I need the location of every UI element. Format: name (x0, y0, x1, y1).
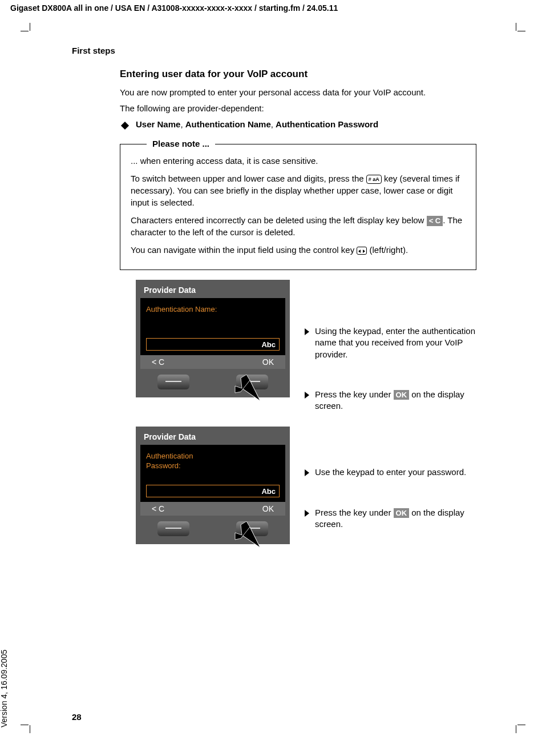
softkey-bar: < C OK (140, 502, 285, 516)
page-number: 28 (72, 712, 82, 722)
sep: , (271, 119, 276, 129)
triangle-bullet-icon (305, 510, 309, 517)
instruction-item: Press the key under OK on the display sc… (305, 507, 476, 530)
field-label-auth-password-2: Password: (146, 461, 280, 471)
instr-text-a: Press the key under (315, 389, 394, 399)
left-softkey-button[interactable] (157, 521, 189, 536)
pointer-arrow-icon (234, 521, 261, 549)
ok-badge-icon: OK (394, 508, 410, 518)
crop-mark (30, 725, 30, 733)
crop-mark (30, 23, 30, 31)
instruction-text: Press the key under OK on the display sc… (315, 507, 476, 530)
instr-text-a: Press the key under (315, 508, 394, 517)
softkey-bar: < C OK (140, 355, 285, 369)
instruction-item: Use the keypad to enter your password. (305, 467, 476, 478)
term-auth-name: Authentication Name (185, 119, 271, 129)
term-auth-password: Authentication Password (276, 119, 378, 129)
intro-paragraph-2: The following are provider-dependent: (120, 103, 476, 114)
note-box: Please note ... ... when entering access… (120, 144, 476, 270)
bullet-item: User Name, Authentication Name, Authenti… (120, 119, 476, 129)
crop-mark (516, 725, 516, 733)
instruction-text: Use the keypad to enter your password. (315, 467, 466, 478)
input-mode-indicator: Abc (261, 487, 276, 496)
note-p4b: (left/right). (367, 245, 408, 255)
pointer-arrow-icon (234, 375, 261, 402)
crop-mark (517, 31, 525, 31)
crop-mark (517, 725, 525, 725)
intro-paragraph-1: You are now prompted to enter your perso… (120, 87, 476, 98)
instruction-column: Using the keypad, enter the authenticati… (305, 280, 476, 412)
hardware-button-area (140, 369, 285, 397)
note-p3a: Characters entered incorrectly can be de… (131, 215, 427, 225)
softkey-left-label: < C (152, 504, 164, 513)
screen-title: Provider Data (144, 432, 285, 441)
note-p3: Characters entered incorrectly can be de… (131, 214, 466, 238)
diamond-bullet-icon (121, 121, 129, 129)
subheading: Entering user data for your VoIP account (120, 69, 476, 80)
note-p1: ... when entering access data, it is cas… (131, 155, 466, 167)
text-input-field[interactable]: Abc (146, 485, 280, 497)
note-p4a: You can navigate within the input field … (131, 245, 357, 255)
crop-mark (21, 31, 29, 31)
screens-area: Provider Data Authentication Name: Abc <… (136, 280, 484, 559)
instruction-column: Use the keypad to enter your password. P… (305, 427, 476, 530)
bullet-text: User Name, Authentication Name, Authenti… (136, 119, 378, 129)
version-label: Version 4, 16.09.2005 (0, 650, 9, 727)
ok-badge-icon: OK (394, 390, 410, 400)
screen-row-1: Provider Data Authentication Name: Abc <… (136, 280, 484, 412)
triangle-bullet-icon (305, 328, 309, 335)
screen-row-2: Provider Data Authentication Password: A… (136, 427, 484, 544)
note-legend: Please note ... (147, 138, 215, 150)
term-user-name: User Name (136, 119, 180, 129)
doc-header: Gigaset DX800A all in one / USA EN / A31… (10, 3, 338, 13)
instruction-item: Using the keypad, enter the authenticati… (305, 325, 476, 360)
phone-screen-2: Provider Data Authentication Password: A… (136, 427, 290, 544)
crop-mark (21, 725, 29, 725)
instruction-item: Press the key under OK on the display sc… (305, 389, 476, 412)
content-block: Entering user data for your VoIP account… (120, 69, 476, 270)
nav-key-icon (357, 247, 367, 255)
instruction-text: Using the keypad, enter the authenticati… (315, 325, 476, 360)
delete-badge-icon: < C (427, 216, 443, 226)
screen-body: Authentication Name: Abc (140, 298, 285, 355)
hardware-button-area (140, 516, 285, 544)
softkey-right-label: OK (262, 504, 274, 513)
screen-title: Provider Data (144, 285, 285, 295)
triangle-bullet-icon (305, 469, 309, 476)
left-softkey-button[interactable] (157, 375, 189, 389)
note-p2a: To switch between upper and lower case a… (131, 174, 366, 183)
note-p4: You can navigate within the input field … (131, 244, 466, 256)
screen-frame: Provider Data Authentication Password: A… (136, 427, 290, 544)
sep: , (180, 119, 185, 129)
crop-mark (516, 23, 516, 31)
input-mode-indicator: Abc (261, 340, 276, 349)
screen-body: Authentication Password: Abc (140, 445, 285, 502)
phone-screen-1: Provider Data Authentication Name: Abc <… (136, 280, 290, 397)
instruction-text: Press the key under OK on the display sc… (315, 389, 476, 412)
triangle-bullet-icon (305, 392, 309, 399)
field-label-auth-name: Authentication Name: (146, 305, 280, 315)
softkey-right-label: OK (262, 357, 274, 367)
screen-frame: Provider Data Authentication Name: Abc <… (136, 280, 290, 397)
text-input-field[interactable]: Abc (146, 338, 280, 351)
section-title: First steps (72, 46, 115, 55)
field-label-auth-password-1: Authentication (146, 452, 280, 461)
softkey-left-label: < C (152, 357, 164, 367)
hash-key-icon: # aA (366, 175, 382, 184)
note-p2: To switch between upper and lower case a… (131, 172, 466, 208)
